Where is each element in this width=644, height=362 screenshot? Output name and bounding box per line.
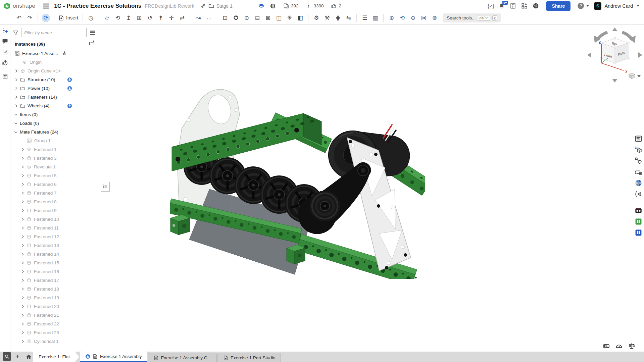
main-menu-icon[interactable] <box>43 3 49 9</box>
tree-item-structure-10[interactable]: Structure (10) <box>10 75 99 84</box>
chevron-right-icon[interactable] <box>20 313 25 317</box>
filter-input[interactable] <box>21 28 87 37</box>
follow-mode-icon[interactable] <box>0 26 10 35</box>
chevron-right-icon[interactable] <box>20 217 25 221</box>
named-positions-icon[interactable]: ⊟ <box>253 14 261 22</box>
edit-in-place-icon[interactable]: ⊙ <box>242 14 251 22</box>
tree-item-fastened-10[interactable]: Fastened 10 <box>10 215 99 223</box>
chevron-right-icon[interactable] <box>20 278 25 282</box>
tree-item-fastened-14[interactable]: Fastened 14 <box>10 250 99 258</box>
tree-item-fastened-6[interactable]: Fastened 6 <box>10 180 99 189</box>
tree-item-fastened-5[interactable]: Fastened 5 <box>10 171 99 180</box>
tab-exercise-1-flat[interactable]: Exercise 1: Flat <box>33 352 79 362</box>
documentation-icon[interactable] <box>635 229 642 237</box>
tree-item-fastened-9[interactable]: Fastened 9 <box>10 206 99 215</box>
insert-feature-icon[interactable]: ✪ <box>232 14 240 22</box>
chevron-right-icon[interactable] <box>20 165 25 169</box>
chevron-right-icon[interactable] <box>20 182 25 187</box>
gears-icon[interactable]: ⚙ <box>312 14 320 22</box>
driven-pulley[interactable] <box>309 191 340 221</box>
tree-item-fastened-12[interactable]: Fastened 12 <box>10 232 99 241</box>
history-icon[interactable]: ◷ <box>87 14 95 22</box>
mate-ball-icon[interactable]: ⊛ <box>430 14 439 22</box>
tree-item-fastened-22[interactable]: Fastened 22 <box>10 319 99 328</box>
move-cylinder-icon[interactable]: ⌭ <box>103 14 111 22</box>
tree-item-loads-0[interactable]: Loads (0) <box>10 119 99 127</box>
chevron-right-icon[interactable] <box>14 104 18 108</box>
chevron-right-icon[interactable] <box>20 304 25 309</box>
rotate-3d-icon[interactable]: ↺ <box>146 14 154 22</box>
tree-item-fastened-8[interactable]: Fastened 8 <box>10 197 99 206</box>
exploded-view-icon[interactable]: ✳ <box>285 14 294 22</box>
reset-view-icon[interactable]: ⟳ <box>42 14 50 22</box>
view-dropdown-caret[interactable] <box>637 75 641 77</box>
left-foot-block[interactable] <box>170 215 190 235</box>
activity-stat[interactable]: 3390 <box>306 3 324 9</box>
chevron-right-icon[interactable] <box>20 235 25 239</box>
chevron-right-icon[interactable] <box>20 191 25 195</box>
bom-columns-icon[interactable]: ▥ <box>371 14 380 22</box>
mate-fastened-icon[interactable]: ⊕ <box>387 14 396 22</box>
tree-item-group-1[interactable]: Group 1 <box>10 136 99 145</box>
view-cube-body[interactable]: Top Front Right <box>600 37 630 64</box>
tree-item-fastened-11[interactable]: Fastened 11 <box>10 223 99 232</box>
help-button[interactable]: ? <box>578 3 584 9</box>
tree-item-fastened-21[interactable]: Fastened 21 <box>10 311 99 319</box>
user-caret-icon[interactable] <box>637 5 639 7</box>
tree-item-fasteners-14[interactable]: Fasteners (14) <box>10 93 99 101</box>
tree-item-origin[interactable]: Origin <box>10 58 99 66</box>
tree-item-exercise-1-asse[interactable]: Exercise 1 Asse... <box>10 49 99 58</box>
chevron-right-icon[interactable] <box>14 69 18 73</box>
drive-pulley[interactable] <box>358 165 368 176</box>
chevron-down-icon[interactable] <box>14 112 18 117</box>
tree-item-fastened-17[interactable]: Fastened 17 <box>10 276 99 285</box>
angle-measure-icon[interactable] <box>615 343 623 350</box>
rotate-cylinder-icon[interactable]: ⟲ <box>113 14 122 22</box>
tree-item-fastened-7[interactable]: Fastened 7 <box>10 189 99 197</box>
chevron-right-icon[interactable] <box>20 296 25 300</box>
select-scope-icon[interactable]: ⊡ <box>221 14 229 22</box>
tab-exercise-1-assembly-c[interactable]: Exercise 1 Assembly C... <box>148 353 217 362</box>
performance-icon[interactable] <box>0 58 10 67</box>
chevron-right-icon[interactable] <box>20 252 25 256</box>
chevron-right-icon[interactable] <box>20 200 25 204</box>
tab-exercise-1-assembly[interactable]: Exercise 1 Assembly <box>80 352 147 362</box>
right-foot-block[interactable] <box>287 245 305 264</box>
section-view-icon[interactable]: ◧ <box>296 14 304 22</box>
user-name[interactable]: Andrew Card <box>604 3 633 9</box>
tree-item-fastened-13[interactable]: Fastened 13 <box>10 241 99 250</box>
tasks-panel-icon[interactable] <box>0 72 10 81</box>
tree-item-fastened-18[interactable]: Fastened 18 <box>10 285 99 293</box>
filter-icon[interactable] <box>13 30 18 36</box>
mechanism-icon[interactable]: ⚒ <box>323 14 331 22</box>
tree-item-fastened-20[interactable]: Fastened 20 <box>10 302 99 311</box>
collapse-panel-handle[interactable] <box>101 182 110 192</box>
onshape-logo[interactable]: onshape <box>3 2 35 10</box>
globe-icon[interactable] <box>270 3 276 9</box>
tree-item-origin-cube-1[interactable]: Origin Cube <1> <box>10 66 99 75</box>
isometric-view-button[interactable] <box>629 73 641 79</box>
chevron-right-icon[interactable] <box>20 226 25 230</box>
app-grid-icon[interactable] <box>521 3 528 9</box>
tree-item-fastened-1[interactable]: Fastened 1 <box>10 145 99 154</box>
tree-item-items-0[interactable]: Items (0) <box>10 110 99 119</box>
tree-item-fastened-3[interactable]: Fastened 3 <box>10 154 99 162</box>
chevron-down-icon[interactable] <box>14 121 18 125</box>
release-notes-icon[interactable] <box>0 47 10 56</box>
mate-revolute-icon[interactable]: ⟲ <box>398 14 406 22</box>
link-icon[interactable] <box>200 3 206 9</box>
chevron-right-icon[interactable] <box>14 86 18 91</box>
chevron-right-icon[interactable] <box>20 287 25 291</box>
tree-item-cylindrical-1[interactable]: Cylindrical 1 <box>10 337 99 346</box>
mate-planar-icon[interactable]: ⋈ <box>419 14 428 22</box>
chevron-right-icon[interactable] <box>20 322 25 326</box>
app-store-icon[interactable] <box>533 3 539 9</box>
part-references-icon[interactable] <box>635 157 642 165</box>
learning-center-icon[interactable] <box>635 218 642 225</box>
chevron-down-icon[interactable] <box>14 130 18 134</box>
tree-item-fastened-16[interactable]: Fastened 16 <box>10 267 99 276</box>
redo-icon[interactable]: ↷ <box>26 14 34 22</box>
insert-icon[interactable]: Insert <box>58 14 79 22</box>
chevron-right-icon[interactable] <box>20 156 25 160</box>
tree-item-mate-features-24[interactable]: Mate Features (24) <box>10 127 99 136</box>
